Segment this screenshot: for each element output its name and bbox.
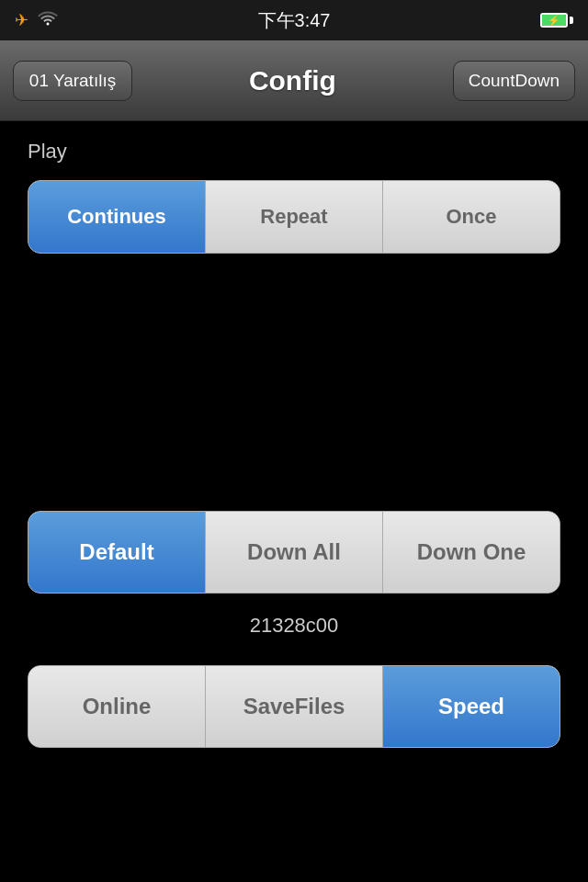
nav-title: Config	[249, 65, 336, 96]
mode-option-speed[interactable]: Speed	[383, 666, 560, 747]
airplane-icon: ✈	[15, 10, 28, 30]
download-option-down-one[interactable]: Down One	[383, 512, 560, 593]
back-button[interactable]: 01 Yaratılış	[13, 61, 132, 101]
play-option-repeat[interactable]: Repeat	[206, 181, 383, 253]
play-segmented-control: Continues Repeat Once	[28, 180, 560, 254]
download-option-default[interactable]: Default	[28, 512, 206, 593]
download-option-down-all[interactable]: Down All	[206, 512, 383, 593]
status-bar: ✈ 下午3:47 ⚡	[0, 0, 588, 40]
nav-bar: 01 Yaratılış Config CountDown	[0, 40, 588, 121]
status-left-icons: ✈	[15, 10, 58, 30]
mode-segmented-control: Online SaveFiles Speed	[28, 665, 560, 748]
play-label: Play	[28, 140, 560, 164]
play-option-continues[interactable]: Continues	[28, 181, 206, 253]
play-option-once[interactable]: Once	[383, 181, 560, 253]
mode-option-savefiles[interactable]: SaveFiles	[206, 666, 383, 747]
mode-option-online[interactable]: Online	[28, 666, 206, 747]
spacer	[0, 272, 588, 511]
bottom-section: Default Down All Down One 21328c00 Onlin…	[0, 511, 588, 748]
main-content: Play Continues Repeat Once	[0, 121, 588, 272]
wifi-icon	[38, 11, 58, 29]
status-time: 下午3:47	[258, 8, 331, 33]
status-right-icons: ⚡	[540, 13, 573, 28]
device-id: 21328c00	[28, 614, 560, 638]
countdown-button[interactable]: CountDown	[453, 61, 575, 101]
download-segmented-control: Default Down All Down One	[28, 511, 560, 594]
battery-icon: ⚡	[540, 13, 573, 28]
